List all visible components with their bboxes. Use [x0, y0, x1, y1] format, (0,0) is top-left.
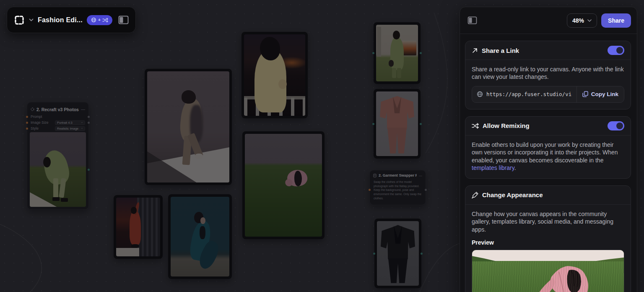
change-appearance-card: Change Appearance Change how your canvas… — [465, 185, 631, 292]
section-title: Change Appearance — [482, 191, 624, 198]
section-description: Enable others to build upon your work by… — [472, 141, 624, 172]
plus-sign: + — [98, 18, 101, 22]
share-link-toggle[interactable] — [608, 46, 624, 55]
allow-remixing-card: Allow Remixing Enable others to build up… — [465, 116, 631, 179]
zoom-level-dropdown[interactable]: 48% — [567, 13, 597, 28]
share-link-card: Share a Link Share a read-only link to y… — [465, 41, 631, 110]
share-panel: 48% Share Share a Link Share a read-only… — [460, 7, 637, 292]
globe-icon — [477, 91, 483, 97]
project-title[interactable]: Fashion Edi... — [38, 16, 83, 24]
left-panel-toggle-icon[interactable] — [118, 16, 129, 24]
section-title: Allow Remixing — [483, 122, 604, 129]
canvas-preview-image[interactable] — [472, 250, 624, 292]
allow-remixing-toggle[interactable] — [608, 121, 624, 130]
share-url-text: https://app.fuser.studio/vie… — [486, 91, 572, 97]
shared-remix-badge[interactable]: + — [87, 15, 112, 25]
share-panel-header: 48% Share — [460, 7, 637, 34]
share-url-row: https://app.fuser.studio/vie… Copy Link — [472, 86, 624, 103]
section-title: Share a Link — [482, 47, 604, 54]
chevron-down-icon — [587, 19, 592, 22]
app-header-bar: Fashion Edi... + — [7, 7, 136, 33]
panel-collapse-icon[interactable] — [467, 16, 477, 24]
templates-library-link[interactable]: templates library — [472, 164, 514, 171]
shuffle-icon — [472, 123, 479, 129]
share-url-field[interactable]: https://app.fuser.studio/vie… — [472, 86, 576, 102]
copy-link-button[interactable]: Copy Link — [576, 86, 624, 102]
paintbrush-icon — [472, 192, 478, 198]
section-description: Change how your canvas appears in the co… — [472, 210, 624, 233]
arrow-up-right-icon — [472, 47, 478, 54]
section-description: Share a read-only link to your canvas. A… — [472, 65, 624, 81]
zoom-level-value: 48% — [572, 17, 584, 24]
chevron-down-icon[interactable] — [29, 18, 34, 21]
app-logo-selection-icon[interactable] — [14, 15, 25, 26]
shuffle-icon — [102, 18, 108, 23]
preview-label: Preview — [472, 239, 624, 246]
copy-icon — [582, 91, 588, 97]
globe-icon — [91, 17, 96, 23]
share-button[interactable]: Share — [601, 13, 631, 28]
grass-texture — [472, 261, 624, 292]
